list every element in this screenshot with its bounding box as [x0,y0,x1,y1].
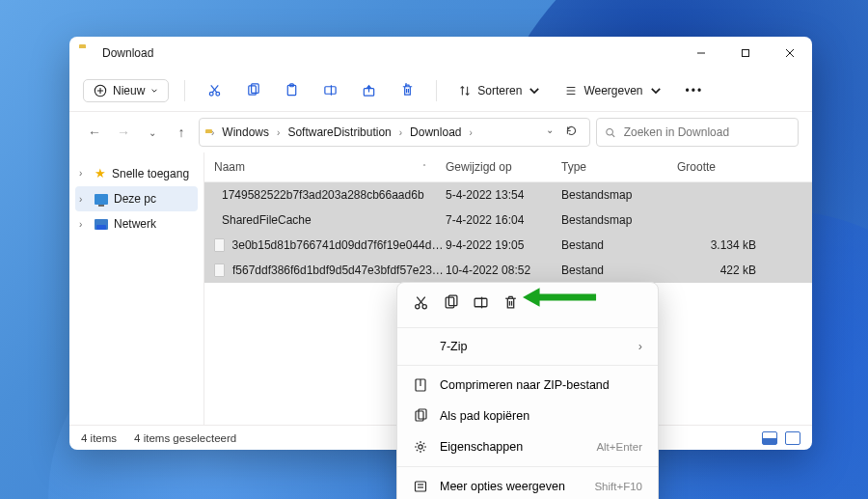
breadcrumb-segment[interactable]: Download [408,125,463,139]
refresh-button[interactable] [565,125,578,140]
file-type: Bestandsmap [561,213,677,227]
ctx-item-accel: Alt+Enter [596,441,642,453]
copy-path-icon [413,408,428,424]
chevron-right-icon: › [638,340,642,353]
sort-button-label: Sorteren [477,84,522,97]
chevron-right-icon: › [79,219,89,230]
forward-button[interactable]: → [112,125,135,140]
file-icon [214,238,225,252]
ctx-item-label: Meer opties weergeven [440,480,583,493]
new-button[interactable]: Nieuw [83,79,169,102]
table-row[interactable]: 3e0b15d81b766741d09dd7f6f19e044db3625c29… [204,233,812,258]
table-row[interactable]: SharedFileCache7-4-2022 16:04Bestandsmap [204,208,812,233]
maximize-button[interactable] [723,37,768,69]
back-button[interactable]: ← [83,125,106,140]
folder-icon [79,47,95,60]
ctx-item-label: 7-Zip [440,340,627,353]
ctx-item-more-options[interactable]: Meer opties weergeven Shift+F10 [397,471,658,499]
col-name[interactable]: Naam [214,160,245,174]
sidebar-item-label: Netwerk [114,217,156,231]
chevron-right-icon: › [79,194,89,205]
search-input[interactable] [624,125,790,139]
thumbnails-view-button[interactable] [785,431,800,445]
file-name: 3e0b15d81b766741d09dd7f6f19e044db3625c29 [232,238,446,252]
breadcrumb-segment[interactable]: Windows [220,125,271,139]
minimize-button[interactable] [679,37,723,69]
search-icon [605,126,616,139]
file-name: 1749582522b7f3ad203a288cb66aad6b [222,188,424,202]
paste-button[interactable] [278,83,305,97]
file-type: Bestand [561,238,677,252]
ctx-item-label: Als pad kopiëren [440,409,642,423]
toolbar: Nieuw Sorteren Weergeven [69,69,812,112]
sidebar-item-label: Deze pc [114,192,156,206]
svg-rect-35 [475,298,487,307]
col-modified[interactable]: Gewijzigd op [446,160,561,174]
file-type: Bestand [561,263,677,277]
up-button[interactable]: ↑ [170,125,193,140]
window-title: Download [102,46,153,60]
copy-button[interactable] [239,83,266,97]
sidebar-item-network[interactable]: › Netwerk [75,211,198,236]
view-button[interactable]: Weergeven [558,80,667,101]
crumb-sep-icon: › [275,127,282,138]
table-row[interactable]: 1749582522b7f3ad203a288cb66aad6b5-4-2022… [204,182,812,208]
address-bar[interactable]: › Windows › SoftwareDistribution › Downl… [199,118,590,147]
ctx-cut-button[interactable] [413,294,429,314]
sidebar-item-label: Snelle toegang [112,167,189,180]
svg-rect-44 [416,482,426,491]
ctx-item-copy-path[interactable]: Als pad kopiëren [397,401,658,431]
svg-line-32 [417,297,423,306]
recent-locations-button[interactable]: ⌄ [141,127,164,138]
file-modified: 9-4-2022 19:05 [446,238,561,252]
ctx-delete-button[interactable] [502,294,519,314]
ctx-rename-button[interactable] [473,294,489,314]
monitor-icon [95,194,108,205]
ctx-item-7zip[interactable]: 7-Zip › [397,332,658,361]
file-type: Bestandsmap [561,188,677,202]
view-button-label: Weergeven [583,84,642,97]
delete-button[interactable] [393,83,420,97]
crumb-sep-icon: › [397,127,404,138]
svg-rect-1 [743,50,749,57]
more-options-icon [413,479,428,494]
file-name: SharedFileCache [222,213,312,227]
ctx-item-compress-zip[interactable]: Comprimeren naar ZIP-bestand [397,370,658,401]
file-name: f567ddf386f6d1bdf9d5d47e3bfdf57e23bba837 [232,263,446,277]
table-row[interactable]: f567ddf386f6d1bdf9d5d47e3bfdf57e23bba837… [204,258,812,283]
properties-icon [413,439,428,455]
ctx-item-properties[interactable]: Eigenschappen Alt+Enter [397,431,658,462]
rename-button[interactable] [316,83,343,97]
cut-button[interactable] [201,83,228,97]
file-modified: 7-4-2022 16:04 [446,213,561,227]
new-button-label: Nieuw [113,84,145,97]
col-type[interactable]: Type [561,160,677,174]
col-size[interactable]: Grootte [677,160,764,174]
svg-rect-15 [325,87,336,95]
details-view-button[interactable] [762,431,777,445]
star-icon: ★ [95,166,106,180]
titlebar[interactable]: Download [69,37,812,69]
sidebar-item-this-pc[interactable]: › Deze pc [75,186,198,211]
breadcrumb-segment[interactable]: SoftwareDistribution [285,125,393,139]
column-headers[interactable]: Naam ˄ Gewijzigd op Type Grootte [204,152,812,182]
svg-line-28 [612,134,615,137]
close-button[interactable] [768,37,812,69]
sidebar-item-quick-access[interactable]: › ★ Snelle toegang [75,160,198,186]
crumb-sep-icon: › [467,127,474,138]
status-selected-count: 4 items geselecteerd [134,432,236,444]
search-box[interactable] [596,118,799,147]
ctx-copy-button[interactable] [443,294,459,314]
chevron-right-icon: › [79,168,89,179]
network-icon [95,219,108,230]
ctx-item-label: Comprimeren naar ZIP-bestand [440,378,642,392]
address-dropdown-button[interactable]: ⌄ [546,125,554,140]
share-button[interactable] [355,83,382,97]
file-size: 422 kB [677,263,764,277]
svg-line-31 [419,297,425,306]
more-button[interactable]: ••• [680,80,710,101]
svg-point-43 [419,445,422,449]
sort-button[interactable]: Sorteren [452,80,547,101]
file-size: 3.134 kB [677,238,764,252]
ctx-item-label: Eigenschappen [440,440,584,454]
